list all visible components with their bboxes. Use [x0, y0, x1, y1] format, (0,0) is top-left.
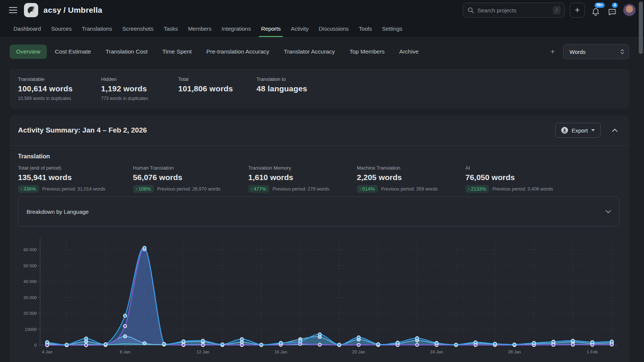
- caret-down-icon: [591, 129, 595, 131]
- breakdown-label: Breakdown by Language: [27, 209, 89, 215]
- words-summary-card: Translatable 100,614 words 10,569 words …: [10, 69, 629, 109]
- stat-label: Total: [178, 76, 256, 82]
- stat-value: 100,614 words: [18, 84, 101, 93]
- add-report-button[interactable]: +: [550, 47, 555, 56]
- stat-sub: 773 words in duplicates: [101, 96, 178, 101]
- download-icon: [561, 127, 568, 134]
- svg-text:20 000: 20 000: [24, 311, 37, 316]
- stat-label: Hidden: [101, 76, 178, 82]
- tab-cost-estimate[interactable]: Cost Estimate: [49, 45, 97, 59]
- translation-section-title: Translation: [10, 146, 629, 160]
- stat-translation-memory: Translation Memory 1,610 words ↑477% Pre…: [248, 165, 357, 193]
- search-placeholder: Search projects: [477, 7, 553, 13]
- tab-pre-translation-accuracy[interactable]: Pre-translation Accuracy: [200, 45, 276, 59]
- stat-translation-to: Translation to 48 languages: [256, 76, 307, 109]
- tab-overview[interactable]: Overview: [10, 45, 47, 59]
- chevron-down-icon: [605, 210, 611, 213]
- change-badge: ↑2133%: [465, 185, 489, 193]
- logo-bird-icon: [26, 5, 36, 15]
- stat-hidden: Hidden 1,192 words 773 words in duplicat…: [101, 76, 178, 109]
- nav-item-discussions[interactable]: Discussions: [319, 20, 349, 37]
- nav-item-sources[interactable]: Sources: [51, 20, 72, 37]
- svg-text:4 Jan: 4 Jan: [42, 350, 52, 354]
- activity-summary-card: Activity Summary: Jan 4 – Feb 2, 2026 Ex…: [10, 115, 629, 362]
- bell-icon: [592, 7, 600, 16]
- change-badge: ↑108%: [133, 185, 154, 193]
- messages-count-badge: 4: [612, 3, 618, 8]
- tab-translation-cost[interactable]: Translation Cost: [99, 45, 154, 59]
- unit-select-value: Words: [569, 49, 620, 55]
- tab-time-spent[interactable]: Time Spent: [156, 45, 198, 59]
- select-arrows-icon: [620, 49, 624, 55]
- stat-value: 1,192 words: [101, 84, 178, 93]
- nav-item-integrations[interactable]: Integrations: [222, 20, 251, 37]
- stat-total: Total 101,806 words: [178, 76, 256, 109]
- tab-translator-accuracy[interactable]: Translator Accuracy: [277, 45, 341, 59]
- stat-total-end-of-period: Total (end of period) 135,941 words ↑338…: [18, 165, 133, 193]
- svg-text:28 Jan: 28 Jan: [508, 350, 521, 354]
- arrow-up-icon: ↑: [20, 186, 23, 192]
- search-icon: [468, 7, 474, 13]
- search-shortcut-key: /: [553, 6, 561, 14]
- notifications-count-badge: 99+: [595, 3, 605, 8]
- stat-human-translation: Human Translation 56,076 words ↑108% Pre…: [133, 165, 248, 193]
- translation-stats-row: Total (end of period) 135,941 words ↑338…: [10, 160, 629, 193]
- stat-translatable: Translatable 100,614 words 10,569 words …: [18, 76, 101, 109]
- page-scrollbar-thumb[interactable]: [639, 1, 643, 54]
- nav-item-members[interactable]: Members: [188, 20, 212, 37]
- chat-icon: [608, 7, 617, 16]
- main-navigation: Dashboard Sources Translations Screensho…: [0, 20, 644, 37]
- svg-text:40 000: 40 000: [24, 279, 37, 284]
- nav-item-dashboard[interactable]: Dashboard: [13, 20, 41, 37]
- arrow-up-icon: ↑: [135, 186, 138, 192]
- app-logo[interactable]: [24, 3, 38, 17]
- arrow-up-icon: ↑: [250, 186, 253, 192]
- stat-value: 48 languages: [256, 84, 307, 93]
- svg-text:10000: 10000: [25, 327, 37, 332]
- svg-text:16 Jan: 16 Jan: [274, 350, 288, 354]
- nav-item-activity[interactable]: Activity: [291, 20, 309, 37]
- change-badge: ↑514%: [357, 185, 378, 193]
- arrow-up-icon: ↑: [468, 186, 470, 192]
- nav-item-tasks[interactable]: Tasks: [164, 20, 178, 37]
- create-project-button[interactable]: +: [570, 3, 585, 18]
- svg-text:20 Jan: 20 Jan: [352, 350, 365, 354]
- change-badge: ↑338%: [18, 185, 39, 193]
- messages-button[interactable]: 4: [607, 4, 618, 16]
- arrow-up-icon: ↑: [359, 186, 362, 192]
- svg-text:60 000: 60 000: [24, 247, 37, 252]
- svg-text:1 Feb: 1 Feb: [587, 350, 598, 354]
- activity-area-chart[interactable]: 01000020 00030 00040 00050 00060 0004 Ja…: [10, 221, 629, 359]
- svg-text:0: 0: [34, 343, 37, 347]
- chevron-up-icon: [612, 128, 618, 132]
- nav-item-tools[interactable]: Tools: [359, 20, 372, 37]
- svg-text:24 Jan: 24 Jan: [430, 350, 443, 354]
- nav-item-translations[interactable]: Translations: [82, 20, 112, 37]
- svg-text:12 Jan: 12 Jan: [197, 350, 210, 354]
- nav-item-reports[interactable]: Reports: [261, 20, 281, 37]
- stat-machine-translation: Machine Translation 2,205 words ↑514% Pr…: [357, 165, 465, 193]
- reports-tab-bar: Overview Cost Estimate Translation Cost …: [10, 43, 629, 60]
- collapse-section-button[interactable]: [612, 128, 618, 132]
- stat-ai: AI 76,050 words ↑2133% Previous period: …: [465, 165, 553, 193]
- top-bar: acsy / Umbrella Search projects / + 99+ …: [0, 0, 644, 20]
- tab-archive[interactable]: Archive: [393, 45, 425, 59]
- stat-value: 101,806 words: [178, 84, 256, 93]
- page-title: acsy / Umbrella: [43, 6, 102, 15]
- unit-select[interactable]: Words: [563, 44, 629, 59]
- notifications-button[interactable]: 99+: [590, 4, 601, 16]
- stat-label: Translatable: [18, 76, 101, 82]
- svg-text:50 000: 50 000: [24, 264, 37, 268]
- export-label: Export: [572, 127, 588, 134]
- user-avatar[interactable]: [623, 4, 636, 16]
- stat-label: Translation to: [256, 76, 307, 82]
- export-button[interactable]: Export: [555, 123, 601, 138]
- activity-summary-title: Activity Summary: Jan 4 – Feb 2, 2026: [18, 126, 147, 134]
- svg-text:8 Jan: 8 Jan: [120, 350, 130, 354]
- tab-top-members[interactable]: Top Members: [343, 45, 391, 59]
- nav-item-screenshots[interactable]: Screenshots: [122, 20, 154, 37]
- hamburger-menu-icon[interactable]: [9, 7, 17, 13]
- stat-sub: 10,569 words in duplicates: [18, 96, 101, 101]
- search-input[interactable]: Search projects /: [463, 3, 565, 18]
- nav-item-settings[interactable]: Settings: [382, 20, 402, 37]
